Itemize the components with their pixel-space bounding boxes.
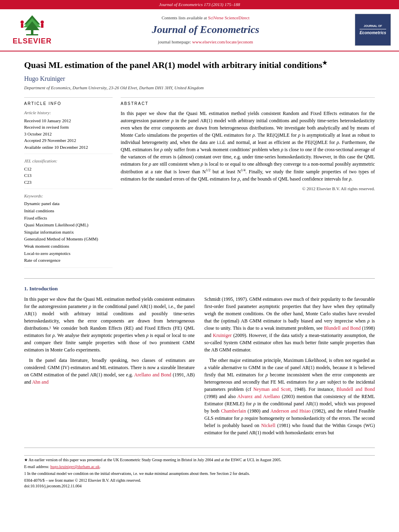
keywords-group: Keywords: Dynamic panel dataInitial cond… <box>24 193 113 268</box>
abstract-text: In this paper we show that the Quasi ML … <box>121 110 375 183</box>
header-center: Contents lists available at SciVerse Sci… <box>56 15 355 45</box>
main-content: Quasi ML estimation of the panel AR(1) m… <box>0 51 399 497</box>
logo-main-text: Econometrics <box>360 30 386 36</box>
keywords-list: Dynamic panel dataInitial conditionsFixe… <box>24 200 113 264</box>
footnote-1: 1 In the conditional model we condition … <box>24 471 375 477</box>
elsevier-tree-icon <box>16 13 48 35</box>
homepage-text: journal homepage: www.elsevier.com/locat… <box>56 39 355 45</box>
footer-area: ★ An earlier version of this paper was p… <box>24 448 375 489</box>
footnote-star: ★ An earlier version of this paper was p… <box>24 457 375 463</box>
svg-rect-1 <box>26 34 38 35</box>
journal-title: Journal of Econometrics <box>56 23 355 37</box>
jel-codes: C12C13C23 <box>24 166 113 186</box>
article-title: Quasi ML estimation of the panel AR(1) m… <box>24 60 375 71</box>
abstract-column: ABSTRACT In this paper we show that the … <box>121 97 375 272</box>
svg-point-5 <box>21 21 24 24</box>
article-info-column: ARTICLE INFO Article history: Received 1… <box>24 97 113 272</box>
elsevier-logo-area: ELSEVIER <box>8 13 56 46</box>
footnote-line: ★ An earlier version of this paper was p… <box>24 455 375 477</box>
history-dates: Received 10 January 2012Received in revi… <box>24 117 113 151</box>
svg-rect-8 <box>41 24 43 28</box>
elsevier-wordmark: ELSEVIER <box>12 36 51 46</box>
svg-rect-6 <box>21 24 23 28</box>
body-col-right: Schmidt (1995, 1997). GMM estimators owe… <box>204 296 375 440</box>
article-info-label: ARTICLE INFO <box>24 101 113 107</box>
body-col-left: In this paper we show that the Quasi ML … <box>24 296 195 440</box>
copyright-text: © 2012 Elsevier B.V. All rights reserved… <box>121 186 375 192</box>
logo-top-text: JOURNAL OF <box>360 24 386 29</box>
article-history-group: Article history: Received 10 January 201… <box>24 110 113 154</box>
section-divider <box>24 278 375 279</box>
journal-logo-box: JOURNAL OF Econometrics <box>355 14 391 46</box>
homepage-link[interactable]: www.elsevier.com/locate/jeconom <box>192 39 253 44</box>
jel-label: JEL classification: <box>24 158 113 164</box>
body-two-col: In this paper we show that the Quasi ML … <box>24 296 375 440</box>
footer-doi: doi:10.1016/j.jeconom.2012.11.004 <box>24 483 375 489</box>
header-section: ELSEVIER Contents lists available at Sci… <box>0 9 399 51</box>
svg-point-7 <box>41 21 44 24</box>
sciverse-text: Contents lists available at SciVerse Sci… <box>56 15 355 21</box>
author-affiliation: Department of Economics, Durham Universi… <box>24 85 375 91</box>
abstract-label: ABSTRACT <box>121 101 375 107</box>
journal-top-bar: Journal of Econometrics 173 (2013) 175–1… <box>0 0 399 9</box>
footnote-email: E-mail address: hugo.kruiniger@durham.ac… <box>24 464 375 470</box>
keywords-label: Keywords: <box>24 193 113 199</box>
introduction-heading: 1. Introduction <box>24 285 375 292</box>
history-label: Article history: <box>24 110 113 116</box>
footer-issn: 0304-4076/$ – see front matter © 2012 El… <box>24 478 375 483</box>
jel-group: JEL classification: C12C13C23 <box>24 158 113 189</box>
article-info-abstract: ARTICLE INFO Article history: Received 1… <box>24 97 375 272</box>
author-name: Hugo Kruiniger <box>24 74 375 83</box>
sciverse-link[interactable]: SciVerse ScienceDirect <box>208 15 249 20</box>
